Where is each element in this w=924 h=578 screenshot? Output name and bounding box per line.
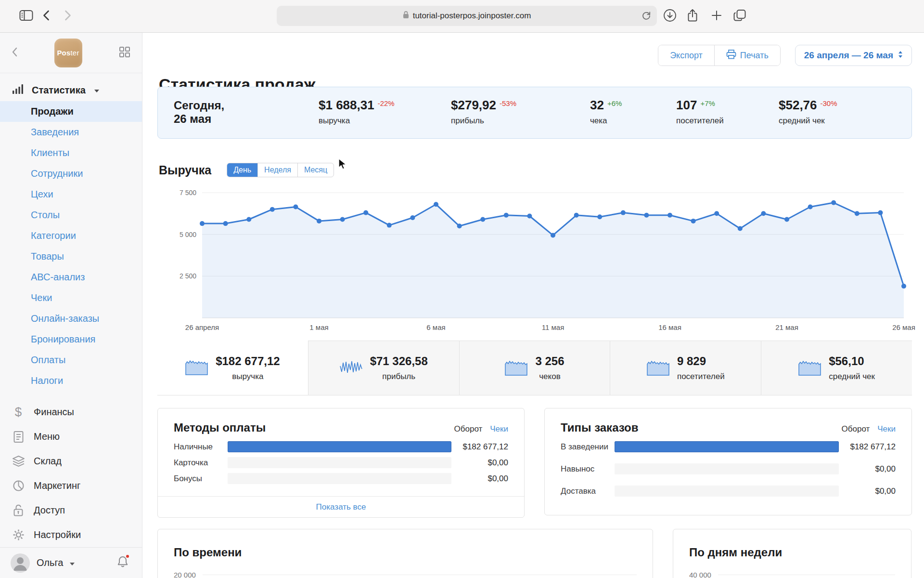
data-point[interactable] [878, 210, 883, 215]
sidebar-module[interactable]: Доступ [0, 498, 142, 523]
area-sparkline-icon [647, 359, 669, 378]
sidebar-module[interactable]: Маркетинг [0, 473, 142, 498]
sidebar-module[interactable]: Склад [0, 449, 142, 473]
data-point[interactable] [270, 207, 275, 212]
sidebar-module[interactable]: Настройки [0, 523, 142, 547]
sidebar-toggle-icon[interactable] [19, 10, 33, 23]
sidebar-item[interactable]: Онлайн-заказы [0, 308, 142, 329]
data-point[interactable] [551, 233, 555, 237]
reload-icon[interactable] [642, 11, 651, 23]
y-tick-label: 40 000 [689, 571, 711, 578]
data-point[interactable] [855, 211, 860, 216]
data-point[interactable] [784, 217, 789, 222]
sidebar-item[interactable]: Товары [0, 246, 142, 267]
notifications-bell-icon[interactable] [117, 555, 128, 570]
layers-icon [12, 455, 25, 467]
bar-track [615, 486, 839, 497]
sidebar-item[interactable]: Заведения [0, 122, 142, 143]
summary-card[interactable]: 3 256чеков [459, 341, 610, 395]
summary-card[interactable]: 9 829посетителей [610, 341, 761, 395]
sidebar-item[interactable]: Бронирования [0, 329, 142, 350]
sidebar-item[interactable]: Сотрудники [0, 163, 142, 184]
period-tab[interactable]: Месяц [297, 163, 334, 177]
sidebar-item[interactable]: Категории [0, 225, 142, 246]
date-range-selector[interactable]: 26 апреля — 26 мая [795, 45, 912, 66]
sidebar-item[interactable]: Оплаты [0, 350, 142, 370]
data-point[interactable] [574, 213, 579, 218]
sidebar-user[interactable]: Ольга [0, 547, 142, 578]
sidebar-item[interactable]: Налоги [0, 370, 142, 391]
data-point[interactable] [527, 214, 532, 219]
sidebar-item[interactable]: Цехи [0, 184, 142, 205]
sidebar-item[interactable]: Столы [0, 205, 142, 225]
poster-logo[interactable]: Poster [54, 39, 82, 67]
sidebar-section-statistics[interactable]: Статистика [0, 79, 142, 101]
lock-icon [403, 11, 409, 21]
data-point[interactable] [434, 202, 438, 207]
bar-row-label: Бонусы [174, 474, 228, 484]
data-point[interactable] [340, 217, 345, 222]
data-point[interactable] [621, 210, 626, 215]
data-point[interactable] [246, 217, 251, 222]
data-point[interactable] [901, 284, 906, 289]
data-point[interactable] [644, 213, 649, 218]
data-point[interactable] [387, 223, 392, 228]
sidebar-header: Poster [0, 33, 142, 73]
stat-delta: -22% [378, 99, 395, 107]
data-point[interactable] [808, 205, 813, 210]
tabs-overview-icon[interactable] [733, 9, 746, 24]
data-point[interactable] [738, 226, 743, 231]
bar-track [228, 457, 451, 468]
data-point[interactable] [504, 213, 509, 218]
sidebar-module[interactable]: Меню [0, 424, 142, 449]
data-point[interactable] [761, 211, 766, 216]
data-point[interactable] [200, 221, 205, 226]
data-point[interactable] [480, 217, 485, 222]
data-point[interactable] [363, 210, 368, 215]
collapse-sidebar-icon[interactable] [12, 47, 17, 59]
summary-card[interactable]: $71 326,58прибыль [308, 341, 459, 395]
bar-track [615, 463, 839, 474]
data-point[interactable] [831, 200, 836, 205]
print-button[interactable]: Печать [714, 45, 780, 66]
summary-card[interactable]: $56,10средний чек [761, 341, 912, 395]
bar-row-label: Навынос [561, 464, 615, 474]
x-tick-label: 26 апреля [185, 323, 219, 331]
data-point[interactable] [714, 211, 719, 216]
sidebar-item[interactable]: Продажи [0, 101, 142, 122]
bar-row-value: $0,00 [451, 474, 508, 484]
toggle-turnover[interactable]: Оборот [454, 424, 483, 434]
sidebar-module[interactable]: $Финансы [0, 400, 142, 424]
summary-card[interactable]: $182 677,12выручка [157, 341, 308, 395]
address-bar[interactable]: tutorial-posterpos.joinposter.com [277, 6, 657, 26]
toggle-turnover[interactable]: Оборот [842, 424, 870, 434]
stat-value: 32 [590, 99, 604, 111]
new-tab-icon[interactable] [711, 10, 722, 23]
period-tab[interactable]: Неделя [257, 163, 297, 177]
sidebar-item[interactable]: АВС-анализ [0, 267, 142, 288]
bar-row: Карточка$0,00 [158, 457, 524, 468]
data-point[interactable] [457, 223, 462, 228]
sidebar-item[interactable]: Чеки [0, 288, 142, 308]
export-button[interactable]: Экспорт [658, 45, 714, 66]
toggle-receipts[interactable]: Чеки [877, 424, 896, 434]
show-all-link[interactable]: Показать все [158, 496, 524, 517]
chart-area-fill [202, 203, 904, 318]
period-tab[interactable]: День [227, 163, 257, 177]
data-point[interactable] [691, 219, 696, 223]
toggle-receipts[interactable]: Чеки [490, 424, 508, 434]
data-point[interactable] [317, 219, 321, 223]
back-icon[interactable] [42, 10, 50, 23]
sidebar: Poster Статистика ПродажиЗаведенияКлиент… [0, 33, 142, 578]
main-content: Статистика продаж Экспорт Печать 26 апре… [142, 33, 924, 578]
apps-grid-icon[interactable] [119, 46, 130, 60]
data-point[interactable] [597, 214, 602, 219]
forward-icon[interactable] [64, 10, 72, 23]
share-icon[interactable] [687, 9, 698, 24]
data-point[interactable] [667, 213, 672, 218]
data-point[interactable] [293, 205, 298, 210]
data-point[interactable] [223, 221, 228, 226]
sidebar-item[interactable]: Клиенты [0, 143, 142, 163]
data-point[interactable] [410, 215, 415, 220]
download-icon[interactable] [663, 9, 677, 24]
